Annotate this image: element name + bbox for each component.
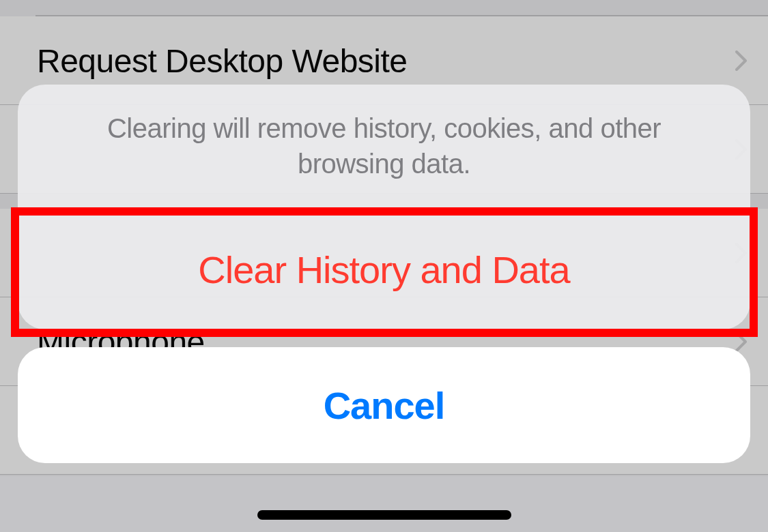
action-sheet: Clearing will remove history, cookies, a… <box>18 85 750 463</box>
action-sheet-group: Clearing will remove history, cookies, a… <box>18 85 750 329</box>
home-indicator[interactable] <box>257 510 511 520</box>
cancel-button[interactable]: Cancel <box>18 347 750 463</box>
clear-history-button[interactable]: Clear History and Data <box>18 209 750 329</box>
action-sheet-message: Clearing will remove history, cookies, a… <box>18 85 750 209</box>
bottom-bar <box>0 476 768 532</box>
action-sheet-cancel-group: Cancel <box>18 347 750 463</box>
